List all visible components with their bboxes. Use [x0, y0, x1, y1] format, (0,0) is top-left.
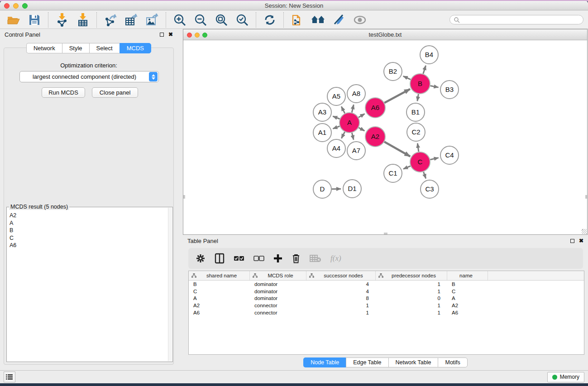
- column-header-name[interactable]: name: [447, 271, 488, 280]
- zoom-selected-button[interactable]: [235, 13, 249, 27]
- add-column-button[interactable]: [273, 252, 282, 265]
- delete-column-button[interactable]: [292, 252, 301, 265]
- frame-resize-tick-left[interactable]: [183, 195, 185, 199]
- float-table-panel-icon[interactable]: [570, 239, 574, 243]
- network-from-file-button[interactable]: [290, 13, 305, 27]
- close-table-panel-icon[interactable]: ✖: [579, 238, 583, 243]
- annotation-off-button[interactable]: [332, 13, 346, 27]
- graph-edge-B-B1[interactable]: [417, 94, 418, 101]
- search-input[interactable]: [460, 17, 579, 23]
- table-row[interactable]: A dominator 8 0 A: [189, 295, 584, 302]
- import-network-button[interactable]: [55, 13, 69, 27]
- export-network-button[interactable]: [103, 13, 118, 27]
- zoom-out-button[interactable]: [193, 13, 208, 27]
- graph-edge-B-B4[interactable]: [423, 66, 426, 74]
- eye-button[interactable]: [353, 13, 367, 27]
- tab-network-table[interactable]: Network Table: [388, 357, 438, 367]
- frame-resize-tick-right[interactable]: [585, 195, 587, 199]
- export-image-button[interactable]: [145, 13, 159, 27]
- column-header-successor-nodes[interactable]: successor nodes: [306, 271, 376, 280]
- graph-node-label-D: D: [320, 185, 325, 193]
- result-item[interactable]: A6: [10, 242, 167, 249]
- graph-edge-A-A3[interactable]: [333, 116, 339, 119]
- table-row[interactable]: B dominator 4 1 B: [189, 281, 584, 288]
- column-header-shared-name[interactable]: shared name: [189, 271, 250, 280]
- save-session-button[interactable]: [27, 13, 42, 27]
- minimize-window-button[interactable]: [13, 3, 19, 9]
- graph-edge-A-A2[interactable]: [359, 128, 364, 131]
- result-item[interactable]: A: [10, 219, 167, 227]
- close-network-button[interactable]: [187, 33, 192, 38]
- table-row[interactable]: C dominator 4 1 C: [189, 288, 584, 295]
- search-field[interactable]: [449, 15, 583, 24]
- close-window-button[interactable]: [4, 3, 10, 9]
- select-stepper-icon: [149, 72, 158, 81]
- window-titlebar[interactable]: Session: New Session: [0, 1, 588, 10]
- graph-node-label-B: B: [418, 80, 422, 87]
- show-column-button[interactable]: [215, 252, 225, 265]
- result-scrollbar[interactable]: [168, 208, 172, 361]
- refresh-button[interactable]: [263, 13, 277, 27]
- minimize-network-button[interactable]: [195, 33, 200, 38]
- network-window-titlebar[interactable]: testGlobe.txt: [183, 29, 587, 40]
- table-row[interactable]: A2 connector 1 1 A2: [189, 302, 584, 309]
- mcds-result-list[interactable]: A2 A B C A6: [10, 212, 167, 360]
- graph-edge-C-C4[interactable]: [430, 158, 438, 160]
- home-button[interactable]: [311, 13, 325, 27]
- float-panel-icon[interactable]: [160, 33, 164, 37]
- open-session-button[interactable]: [6, 13, 21, 27]
- deselect-all-button[interactable]: [253, 252, 264, 265]
- zoom-in-button[interactable]: [172, 13, 187, 27]
- optimization-criterion-select[interactable]: largest connected component (directed): [19, 71, 159, 82]
- graph-edge-A2-C[interactable]: [384, 142, 410, 156]
- tab-edge-table[interactable]: Edge Table: [346, 357, 388, 367]
- delete-table-button[interactable]: [310, 252, 321, 265]
- tab-style[interactable]: Style: [62, 43, 89, 53]
- result-item[interactable]: B: [10, 227, 167, 234]
- graph-edge-B-B3[interactable]: [430, 86, 439, 88]
- graph-edge-A6-B[interactable]: [384, 89, 410, 103]
- node-table[interactable]: shared name MCDS role successor nodes pr…: [188, 271, 584, 355]
- graph-edge-A-A8[interactable]: [352, 105, 354, 112]
- tab-node-table[interactable]: Node Table: [303, 357, 346, 367]
- graph-edge-C-C3[interactable]: [424, 172, 426, 179]
- tab-mcds[interactable]: MCDS: [120, 43, 151, 53]
- table-row[interactable]: A6 connector 1 1 A6: [189, 309, 584, 316]
- export-table-button[interactable]: [124, 13, 139, 27]
- columns-icon: [215, 253, 225, 264]
- tab-motifs[interactable]: Motifs: [438, 357, 467, 367]
- graph-edge-A-A7[interactable]: [352, 133, 354, 139]
- graph-node-label-B3: B3: [445, 86, 454, 93]
- graph-edge-C-C1[interactable]: [403, 166, 411, 169]
- network-from-file-icon: [291, 13, 304, 27]
- column-header-predecessor-nodes[interactable]: predecessor nodes: [376, 271, 447, 280]
- graph-edge-A-A6[interactable]: [359, 114, 365, 118]
- function-builder-button[interactable]: f(x): [330, 252, 341, 265]
- import-table-button[interactable]: [76, 13, 90, 27]
- network-canvas[interactable]: AA1A2A3A4A5A6A7A8BB1B2B3B4CC1C2C3C4DD1: [183, 40, 587, 234]
- close-panel-icon[interactable]: ✖: [168, 32, 173, 37]
- maximize-network-button[interactable]: [202, 33, 207, 38]
- network-window-controls: [187, 33, 207, 38]
- tab-network[interactable]: Network: [26, 43, 62, 53]
- table-settings-button[interactable]: [196, 252, 206, 265]
- graph-edge-A-A1[interactable]: [333, 126, 339, 129]
- graph-edge-A-A4[interactable]: [341, 132, 344, 138]
- graph-edge-C-C2[interactable]: [417, 143, 419, 152]
- frame-resize-tick-bottom[interactable]: [384, 233, 387, 234]
- column-header-mcds-role[interactable]: MCDS role: [250, 271, 306, 280]
- task-history-button[interactable]: [4, 372, 15, 382]
- graph-node-label-A1: A1: [318, 129, 326, 136]
- memory-button[interactable]: Memory: [547, 372, 584, 382]
- graph-edge-A-A5[interactable]: [341, 106, 345, 113]
- result-item[interactable]: C: [10, 234, 167, 242]
- maximize-window-button[interactable]: [22, 3, 28, 9]
- zoom-fit-button[interactable]: [214, 13, 229, 27]
- result-item[interactable]: A2: [10, 212, 167, 219]
- run-mcds-button[interactable]: Run MCDS: [42, 87, 85, 98]
- frame-resize-corner[interactable]: [582, 229, 587, 234]
- close-panel-button[interactable]: Close panel: [92, 87, 138, 98]
- select-all-button[interactable]: [234, 252, 244, 265]
- tab-select[interactable]: Select: [89, 43, 120, 53]
- graph-edge-B-B2[interactable]: [403, 76, 411, 79]
